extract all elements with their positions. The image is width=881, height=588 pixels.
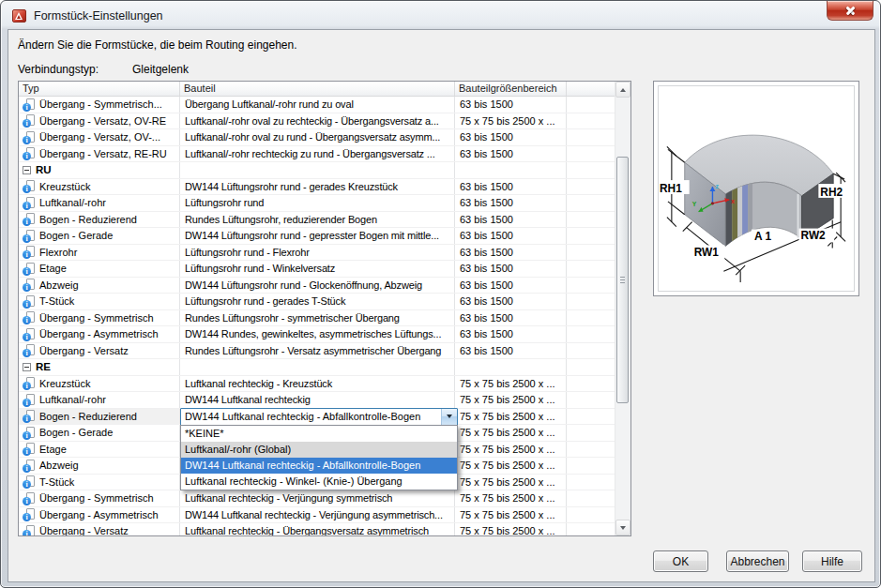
cancel-button[interactable]: Abbrechen: [726, 550, 789, 572]
table-row[interactable]: iÜbergang - AsymmetrischDW144 Luftkanal …: [19, 507, 615, 524]
scrollbar-thumb[interactable]: [616, 157, 629, 403]
bauteil-cell: DW144 Lüftungsrohr rund - gepresster Bog…: [180, 228, 455, 244]
bauteil-combobox[interactable]: DW144 Luftkanal rechteckig - Abfallkontr…: [180, 408, 458, 426]
typ-cell[interactable]: iÜbergang - Symmetrisch...: [19, 97, 180, 113]
part-info-icon: i: [23, 508, 37, 520]
part-info-icon: i: [23, 394, 37, 406]
dropdown-item[interactable]: *KEINE*: [181, 426, 457, 442]
table-row[interactable]: iKreuzstückLuftkanal rechteckig - Kreuzs…: [19, 376, 615, 393]
scroll-down-button[interactable]: [615, 520, 630, 535]
typ-cell[interactable]: iÜbergang - Versatz, OV-RE: [19, 113, 180, 129]
table-row[interactable]: iÜbergang - Versatz, RE-RULuftkanal/-roh…: [19, 146, 615, 163]
typ-cell[interactable]: iAbzweig: [19, 458, 180, 474]
table-row[interactable]: iLuftkanal/-rohrLüftungsrohr rund63 bis …: [19, 195, 615, 212]
table-row[interactable]: iÜbergang - VersatzLuftkanal rechteckig …: [19, 523, 615, 535]
table-row[interactable]: iÜbergang - AsymmetrischDW144 Rundes, ge…: [19, 326, 615, 343]
column-header-bauteilgroessenbereich[interactable]: Bauteilgrößenbereich: [455, 82, 567, 96]
table-row[interactable]: iFlexrohrLüftungsrohr rund - Flexrohr63 …: [19, 245, 615, 262]
bauteil-cell: Luftkanal/-rohr oval zu rund - Übergangs…: [180, 129, 455, 145]
typ-cell[interactable]: iKreuzstück: [19, 179, 180, 195]
typ-cell[interactable]: iÜbergang - Symmetrisch: [19, 310, 180, 326]
typ-cell[interactable]: iLuftkanal/-rohr: [19, 195, 180, 211]
connection-type-row: Verbindungstyp: Gleitgelenk: [18, 63, 189, 76]
filler-cell: [567, 162, 615, 178]
bereich-cell: 63 bis 1500: [455, 179, 567, 195]
close-button[interactable]: [827, 1, 873, 21]
filler-cell: [567, 392, 615, 408]
axis-label-x: x: [731, 198, 735, 204]
table-row[interactable]: iÜbergang - SymmetrischRundes Lüftungsro…: [19, 310, 615, 327]
ok-button[interactable]: OK: [653, 550, 708, 572]
help-button[interactable]: Hilfe: [802, 550, 862, 572]
typ-cell[interactable]: iÜbergang - Versatz: [19, 523, 180, 535]
typ-cell[interactable]: iLuftkanal/-rohr: [19, 392, 180, 408]
part-info-icon: i: [23, 492, 37, 505]
bereich-cell: 75 x 75 bis 2500 x ...: [455, 425, 567, 441]
vertical-scrollbar[interactable]: [615, 82, 630, 535]
typ-cell[interactable]: iAbzweig: [19, 278, 180, 294]
combobox-dropdown-button[interactable]: [441, 409, 457, 425]
dropdown-item[interactable]: Luftkanal rechteckig - Winkel- (Knie-) Ü…: [181, 474, 457, 490]
typ-cell[interactable]: iÜbergang - Asymmetrisch: [19, 326, 180, 342]
table-row[interactable]: iBogen - ReduzierendDW144 Luftkanal rech…: [19, 409, 615, 426]
typ-label: Übergang - Versatz, RE-RU: [39, 148, 167, 159]
table-row[interactable]: iÜbergang - SymmetrischLuftkanal rechtec…: [19, 490, 615, 507]
group-row[interactable]: RE: [19, 359, 615, 376]
bauteil-cell: Luftkanal/-rohr oval zu rechteckig - Übe…: [180, 113, 455, 129]
typ-cell[interactable]: iBogen - Gerade: [19, 425, 180, 441]
column-header-bauteil[interactable]: Bauteil: [180, 82, 455, 96]
filler-cell: [567, 343, 615, 359]
table-row[interactable]: iBogen - GeradeDW144 Lüftungsrohr rund -…: [19, 228, 615, 245]
collapse-icon[interactable]: [23, 363, 31, 371]
info-icon: i: [23, 513, 31, 521]
info-icon: i: [23, 399, 31, 407]
table-row[interactable]: iLuftkanal/-rohrDW144 Luftkanal rechteck…: [19, 392, 615, 409]
table-row[interactable]: iAbzweigDW144 Lüftungsrohr rund - Glocke…: [19, 278, 615, 294]
typ-label: Luftkanal/-rohr: [39, 197, 106, 208]
typ-cell[interactable]: iEtage: [19, 261, 180, 277]
table-row[interactable]: iÜbergang - Versatz, OV-...Luftkanal/-ro…: [19, 129, 615, 146]
filler-cell: [567, 310, 615, 326]
typ-cell[interactable]: iT-Stück: [19, 475, 180, 490]
info-icon: i: [23, 250, 31, 259]
info-icon: i: [23, 349, 31, 357]
typ-cell[interactable]: iFlexrohr: [19, 245, 180, 261]
table-row[interactable]: iBogen - ReduzierendRundes Lüftungsrohr,…: [19, 212, 615, 229]
typ-label: Kreuzstück: [39, 181, 90, 192]
typ-cell[interactable]: iBogen - Reduzierend: [19, 409, 180, 425]
column-header-typ[interactable]: Typ: [19, 82, 180, 96]
typ-cell[interactable]: iKreuzstück: [19, 376, 180, 392]
part-info-icon: i: [23, 475, 37, 488]
filler-cell: [567, 475, 615, 490]
typ-label: Flexrohr: [39, 247, 77, 258]
info-icon: i: [23, 300, 31, 309]
info-icon: i: [23, 185, 31, 193]
scroll-up-button[interactable]: [615, 82, 630, 98]
typ-cell[interactable]: iBogen - Reduzierend: [19, 212, 180, 228]
filler-cell: [567, 507, 615, 523]
typ-cell[interactable]: iÜbergang - Versatz, RE-RU: [19, 146, 180, 162]
table-row[interactable]: iÜbergang - Symmetrisch...Übergang Luftk…: [19, 97, 615, 113]
table-row[interactable]: iKreuzstückDW144 Lüftungsrohr rund - ger…: [19, 179, 615, 196]
typ-cell[interactable]: iBogen - Gerade: [19, 228, 180, 244]
close-icon: [845, 6, 856, 15]
typ-cell[interactable]: iÜbergang - Symmetrisch: [19, 490, 180, 506]
typ-cell[interactable]: iÜbergang - Asymmetrisch: [19, 507, 180, 523]
dropdown-item[interactable]: DW144 Luftkanal rechteckig - Abfallkontr…: [181, 458, 457, 474]
bereich-cell: 63 bis 1500: [455, 245, 567, 261]
group-row[interactable]: RU: [19, 162, 615, 179]
table-row[interactable]: iEtageLüftungsrohr rund - Winkelversatz6…: [19, 261, 615, 278]
filler-cell: [567, 442, 615, 458]
dialog-client-area: Ändern Sie die Formstücke, die beim Rout…: [8, 29, 875, 582]
table-row[interactable]: iÜbergang - Versatz, OV-RELuftkanal/-roh…: [19, 113, 615, 130]
typ-cell[interactable]: iÜbergang - Versatz: [19, 343, 180, 359]
typ-cell[interactable]: iÜbergang - Versatz, OV-...: [19, 129, 180, 145]
typ-cell[interactable]: iEtage: [19, 442, 180, 458]
titlebar[interactable]: Formstück-Einstellungen: [2, 2, 879, 29]
dropdown-item[interactable]: Luftkanal/-rohr (Global): [181, 442, 457, 458]
table-row[interactable]: iÜbergang - VersatzRundes Lüftungsrohr -…: [19, 343, 615, 360]
table-row[interactable]: iT-StückLüftungsrohr rund - gerades T-St…: [19, 294, 615, 310]
filler-cell: [567, 359, 615, 375]
typ-cell[interactable]: iT-Stück: [19, 294, 180, 309]
collapse-icon[interactable]: [23, 166, 31, 174]
